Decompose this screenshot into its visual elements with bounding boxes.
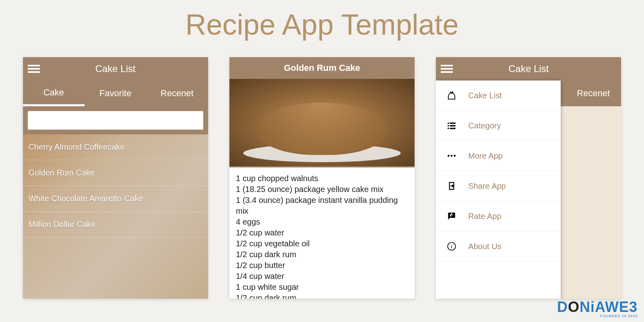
drawer-item-share-app[interactable]: Share App xyxy=(436,171,561,201)
recipe-list: Cherry Almond Coffeecake Golden Rum Cake… xyxy=(23,134,208,299)
topbar: Cake List xyxy=(23,57,208,80)
drawer-item-category[interactable]: Category xyxy=(436,111,561,141)
screen-cake-list: Cake List Cake Favorite Recenet Cherry A… xyxy=(23,57,208,299)
search-area xyxy=(23,106,208,134)
svg-rect-0 xyxy=(448,122,449,124)
drawer-label: Category xyxy=(468,121,501,130)
topbar-title: Cake List xyxy=(40,63,191,74)
ingredient: 1 (18.25 ounce) package yellow cake mix xyxy=(236,184,408,195)
watermark: DONiAWE3 FOUNDED IN 2018 xyxy=(557,299,638,318)
hamburger-icon[interactable] xyxy=(441,63,453,74)
svg-rect-2 xyxy=(448,125,449,126)
ingredient: 1/2 cup butter xyxy=(236,260,408,271)
screens-container: Cake List Cake Favorite Recenet Cherry A… xyxy=(0,57,644,299)
screen-drawer: Cake List Recenet Cake List Category xyxy=(436,57,621,299)
recipe-image xyxy=(229,79,415,167)
recipe-title: Golden Rum Cake xyxy=(229,57,415,79)
tab-recent[interactable]: Recenet xyxy=(146,80,208,106)
svg-point-7 xyxy=(451,155,453,157)
drawer-label: Cake List xyxy=(468,91,502,100)
list-item[interactable]: Golden Rum Cake xyxy=(23,160,208,186)
share-icon xyxy=(446,180,458,192)
list-icon xyxy=(446,120,458,132)
ingredient: 1/2 cup dark rum xyxy=(236,293,408,299)
topbar-title: Cake List xyxy=(453,63,604,74)
svg-point-6 xyxy=(448,155,450,157)
nav-drawer: Cake List Category More App Share App xyxy=(436,80,561,299)
list-item[interactable]: Cherry Almond Coffeecake xyxy=(23,134,208,160)
page-title: Recipe App Template xyxy=(0,0,644,57)
drawer-label: Share App xyxy=(468,182,506,191)
svg-rect-3 xyxy=(450,125,456,126)
ingredient: 1 cup chopped walnuts xyxy=(236,173,408,184)
drawer-label: More App xyxy=(468,151,503,161)
svg-point-8 xyxy=(454,155,456,157)
tab-visible[interactable]: Recenet xyxy=(577,88,610,99)
drawer-item-cake-list[interactable]: Cake List xyxy=(436,80,561,111)
drawer-label: About Us xyxy=(468,242,501,251)
topbar: Cake List xyxy=(436,57,621,80)
ingredient: 1 (3.4 ounce) package instant vanilla pu… xyxy=(236,195,408,217)
hamburger-icon[interactable] xyxy=(28,63,40,74)
list-item[interactable]: Million Dollar Cake xyxy=(23,212,208,237)
ingredient: 1 cup white sugar xyxy=(236,282,408,293)
info-icon: i xyxy=(446,240,458,252)
dots-icon xyxy=(446,150,458,162)
svg-rect-4 xyxy=(448,128,449,129)
ingredient: 1/2 cup vegetable oil xyxy=(236,238,408,249)
screen-recipe-detail: Golden Rum Cake 1 cup chopped walnuts 1 … xyxy=(229,57,415,299)
ingredient: 1/4 cup water xyxy=(236,271,408,282)
ingredient: 1/2 cup water xyxy=(236,227,408,238)
svg-rect-1 xyxy=(450,122,456,124)
tab-favorite[interactable]: Favorite xyxy=(85,80,146,106)
ingredient: 4 eggs xyxy=(236,217,408,227)
list-item[interactable]: White Chocolate Amaretto Cake xyxy=(23,186,208,212)
tabs: Cake Favorite Recenet xyxy=(23,80,208,106)
tab-cake[interactable]: Cake xyxy=(23,80,85,106)
rate-icon xyxy=(446,210,458,222)
cake-icon xyxy=(446,89,458,101)
drawer-item-about-us[interactable]: i About Us xyxy=(436,231,561,262)
search-input[interactable] xyxy=(28,111,203,130)
drawer-item-rate-app[interactable]: Rate App xyxy=(436,201,561,231)
svg-rect-5 xyxy=(450,128,456,129)
drawer-label: Rate App xyxy=(468,212,501,221)
drawer-item-more-app[interactable]: More App xyxy=(436,141,561,171)
ingredients-list: 1 cup chopped walnuts 1 (18.25 ounce) pa… xyxy=(229,167,415,299)
svg-text:i: i xyxy=(451,243,452,250)
ingredient: 1/2 cup dark rum xyxy=(236,249,408,260)
